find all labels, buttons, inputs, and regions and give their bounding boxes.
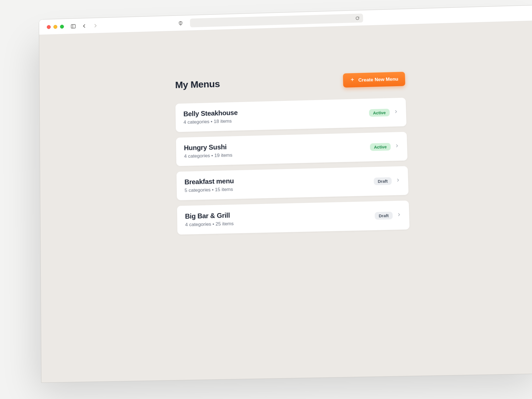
- shield-icon[interactable]: [178, 20, 183, 26]
- plus-icon: [350, 77, 355, 84]
- menu-subtitle: 4 categories • 18 items: [183, 118, 238, 125]
- page-header: My Menus Create New Menu: [175, 72, 405, 92]
- menu-card[interactable]: Big Bar & Grill 4 categories • 25 items …: [177, 201, 410, 235]
- svg-rect-0: [71, 24, 75, 28]
- status-badge: Draft: [375, 211, 393, 219]
- menu-title: Big Bar & Grill: [185, 211, 234, 220]
- close-window-icon[interactable]: [47, 25, 51, 29]
- menu-card[interactable]: Breakfast menu 5 categories • 15 items D…: [177, 166, 409, 200]
- forward-icon: [93, 23, 98, 28]
- chevron-right-icon: [395, 144, 399, 149]
- chevron-right-icon: [397, 212, 401, 218]
- menu-card[interactable]: Hungry Sushi 4 categories • 19 items Act…: [176, 132, 408, 166]
- menu-list: Belly Steakhouse 4 categories • 18 items…: [175, 98, 410, 234]
- status-badge: Active: [369, 109, 390, 117]
- back-icon[interactable]: [81, 23, 87, 29]
- zoom-window-icon[interactable]: [60, 25, 64, 29]
- menu-title: Breakfast menu: [185, 177, 234, 186]
- menu-card[interactable]: Belly Steakhouse 4 categories • 18 items…: [175, 98, 406, 132]
- menu-title: Belly Steakhouse: [183, 109, 238, 118]
- window-controls: [47, 25, 64, 29]
- minimize-window-icon[interactable]: [53, 25, 57, 29]
- chevron-right-icon: [393, 109, 398, 115]
- status-badge: Active: [370, 143, 391, 151]
- page-title: My Menus: [175, 78, 220, 90]
- status-badge: Draft: [374, 177, 392, 185]
- browser-nav: [70, 23, 98, 29]
- menu-title: Hungry Sushi: [184, 143, 232, 152]
- browser-window: My Menus Create New Menu: [39, 5, 532, 383]
- create-new-menu-button[interactable]: Create New Menu: [343, 72, 405, 88]
- chevron-right-icon: [396, 178, 400, 184]
- menu-subtitle: 4 categories • 25 items: [185, 221, 234, 227]
- reload-icon[interactable]: [355, 15, 360, 21]
- address-bar[interactable]: [190, 14, 363, 27]
- sidebar-toggle-icon[interactable]: [70, 23, 76, 29]
- menu-subtitle: 5 categories • 15 items: [185, 186, 234, 193]
- create-new-menu-label: Create New Menu: [358, 76, 398, 83]
- page-body: My Menus Create New Menu: [39, 21, 532, 383]
- menu-subtitle: 4 categories • 19 items: [184, 152, 232, 159]
